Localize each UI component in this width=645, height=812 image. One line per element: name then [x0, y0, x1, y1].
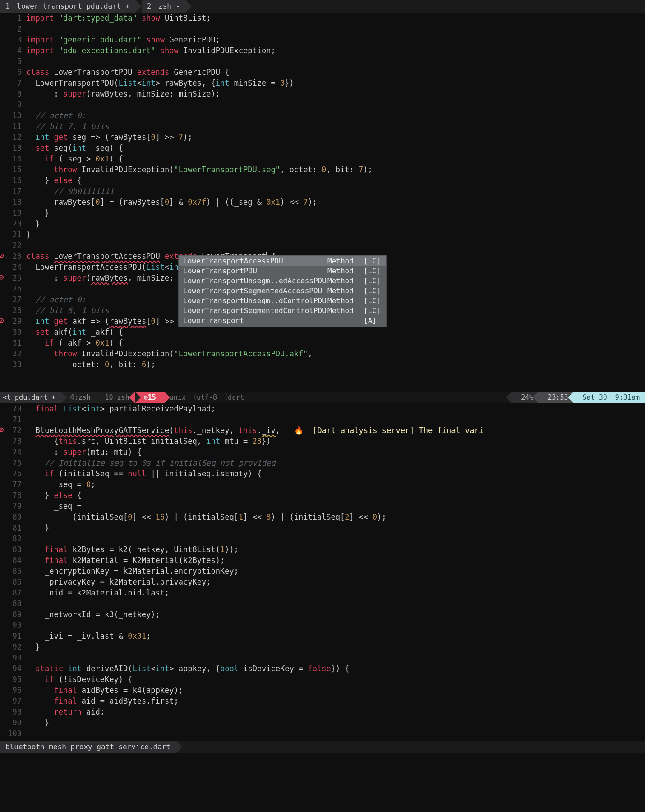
- code-line[interactable]: static int deriveAID(List<int> appkey, {…: [26, 663, 645, 674]
- status-filename: <t_pdu.dart +: [0, 392, 61, 403]
- code-line[interactable]: throw InvalidPDUException("LowerTranspor…: [26, 348, 645, 359]
- tab-shell[interactable]: 2 zsh -: [142, 0, 185, 13]
- code-line[interactable]: _seq =: [26, 501, 645, 512]
- code-line[interactable]: [26, 23, 645, 34]
- completion-popup[interactable]: LowerTransportAccessPDUMethod[LC]LowerTr…: [179, 255, 386, 327]
- code-line[interactable]: : super(rawBytes, minSize: minSize);: [26, 88, 645, 99]
- code-line[interactable]: BluetoothMeshProxyGATTService(this._netk…: [26, 425, 645, 436]
- bottom-tabline: bluetooth_mesh_proxy_gatt_service.dart: [0, 741, 645, 753]
- completion-item[interactable]: LowerTransportAccessPDUMethod[LC]: [179, 256, 386, 266]
- code-line[interactable]: }: [26, 717, 645, 728]
- tab-index: 2: [147, 2, 152, 10]
- code-line[interactable]: final aid = aidBytes.first;: [26, 696, 645, 706]
- code-line[interactable]: [26, 728, 645, 739]
- tab-filename: lower_transport_pdu.dart: [17, 2, 121, 10]
- statusline: <t_pdu.dart + 4:zsh 10:zsh ⊘15 unix 〈utf…: [0, 392, 645, 403]
- completion-item[interactable]: LowerTransport[A]: [179, 316, 386, 326]
- code-line[interactable]: {this.src, Uint8List initialSeq, int mtu…: [26, 436, 645, 447]
- code-line[interactable]: [26, 414, 645, 425]
- code-line[interactable]: _encryptionKey = k2Material.encryptionKe…: [26, 566, 645, 577]
- editor-pane-lower[interactable]: 7071727374757677787980818283848586878889…: [0, 403, 645, 739]
- line-number-gutter: 1234567891011121314151617181920212223242…: [0, 13, 26, 370]
- completion-item[interactable]: LowerTransportSegmentedAccessPDUMethod[L…: [179, 286, 386, 296]
- code-line[interactable]: // 0b01111111: [26, 186, 645, 197]
- code-line[interactable]: _seq = 0;: [26, 479, 645, 490]
- code-line[interactable]: }: [26, 208, 645, 218]
- code-line[interactable]: [26, 99, 645, 110]
- completion-item[interactable]: LowerTransportUnsegm..dControlPDUMethod[…: [179, 296, 386, 306]
- tab-editor-file[interactable]: 1 lower_transport_pdu.dart +: [0, 0, 135, 13]
- code-line[interactable]: if (_seg > 0x1) {: [26, 153, 645, 164]
- buffer-tab[interactable]: bluetooth_mesh_proxy_gatt_service.dart: [0, 741, 176, 753]
- code-column[interactable]: final List<int> partialReceivedPayload; …: [26, 403, 645, 739]
- code-line[interactable]: _ivi = _iv.last & 0x01;: [26, 631, 645, 641]
- code-line[interactable]: set seg(int _seg) {: [26, 143, 645, 153]
- code-line[interactable]: octet: 0, bit: 6);: [26, 359, 645, 370]
- code-line[interactable]: final k2Bytes = k2(_netkey, Uint8List(1)…: [26, 544, 645, 555]
- code-line[interactable]: if (_akf > 0x1) {: [26, 337, 645, 348]
- code-line[interactable]: import "dart:typed_data" show Uint8List;: [26, 13, 645, 23]
- top-tabline: 1 lower_transport_pdu.dart + 2 zsh -: [0, 0, 645, 13]
- completion-item[interactable]: LowerTransportUnsegm..edAccessPDUMethod[…: [179, 276, 386, 286]
- code-line[interactable]: rawBytes[0] = (rawBytes[0] & 0x7f) | ((_…: [26, 197, 645, 208]
- code-line[interactable]: [26, 240, 645, 251]
- code-line[interactable]: // Initialize seq to 0s if initialSeq no…: [26, 457, 645, 468]
- code-line[interactable]: }: [26, 522, 645, 533]
- code-line[interactable]: // octet 0:: [26, 110, 645, 121]
- code-line[interactable]: _nid = k2Material.nid.last;: [26, 587, 645, 598]
- code-line[interactable]: set akf(int _akf) {: [26, 327, 645, 337]
- code-line[interactable]: class LowerTransportPDU extends GenericP…: [26, 67, 645, 78]
- tab-flag: -: [176, 2, 180, 10]
- code-line[interactable]: }: [26, 229, 645, 240]
- completion-item[interactable]: LowerTransportPDUMethod[LC]: [179, 266, 386, 276]
- code-line[interactable]: [26, 533, 645, 544]
- tab-modified-flag: +: [125, 2, 130, 10]
- code-line[interactable]: import "generic_pdu.dart" show GenericPD…: [26, 34, 645, 45]
- code-line[interactable]: [26, 652, 645, 663]
- line-number-gutter: 7071727374757677787980818283848586878889…: [0, 403, 26, 739]
- code-line[interactable]: [26, 598, 645, 609]
- buffer-filename: bluetooth_mesh_proxy_gatt_service.dart: [5, 743, 170, 751]
- editor-pane-upper[interactable]: 1234567891011121314151617181920212223242…: [0, 13, 645, 392]
- completion-item[interactable]: LowerTransportSegmentedControlPDUMethod[…: [179, 306, 386, 316]
- code-line[interactable]: }: [26, 218, 645, 229]
- code-area-lower[interactable]: 7071727374757677787980818283848586878889…: [0, 403, 645, 739]
- code-line[interactable]: }: [26, 641, 645, 652]
- code-line[interactable]: } else {: [26, 175, 645, 186]
- code-line[interactable]: throw InvalidPDUException("LowerTranspor…: [26, 164, 645, 175]
- status-date: Sat 30 9:31am: [574, 392, 645, 403]
- code-line[interactable]: [26, 620, 645, 631]
- code-line[interactable]: } else {: [26, 490, 645, 501]
- code-line[interactable]: if (initialSeq == null || initialSeq.isE…: [26, 468, 645, 479]
- code-line[interactable]: // bit 7, 1 bits: [26, 121, 645, 132]
- status-encoding: unix 〈utf-8 〈dart: [164, 392, 249, 403]
- code-line[interactable]: final k2Material = K2Material(k2Bytes);: [26, 555, 645, 566]
- tab-index: 1: [5, 2, 10, 10]
- code-line[interactable]: return aid;: [26, 706, 645, 717]
- code-line[interactable]: int get seg => (rawBytes[0] >> 7);: [26, 132, 645, 143]
- code-line[interactable]: LowerTransportPDU(List<int> rawBytes, {i…: [26, 78, 645, 88]
- code-line[interactable]: _privacyKey = k2Material.privacyKey;: [26, 577, 645, 587]
- code-line[interactable]: if (!isDeviceKey) {: [26, 674, 645, 685]
- code-line[interactable]: : super(mtu: mtu) {: [26, 447, 645, 457]
- code-line[interactable]: _networkId = k3(_netkey);: [26, 609, 645, 620]
- code-line[interactable]: final aidBytes = k4(appkey);: [26, 685, 645, 696]
- code-line[interactable]: import "pdu_exceptions.dart" show Invali…: [26, 45, 645, 56]
- code-line[interactable]: final List<int> partialReceivedPayload;: [26, 403, 645, 414]
- code-line[interactable]: (initialSeq[0] << 16) | (initialSeq[1] <…: [26, 512, 645, 522]
- tab-title: zsh: [158, 2, 171, 10]
- code-line[interactable]: [26, 56, 645, 67]
